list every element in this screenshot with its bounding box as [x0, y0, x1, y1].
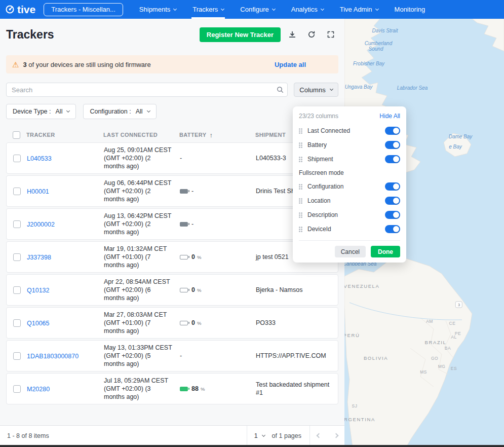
battery-cell: 0%	[180, 319, 256, 326]
nav-trackers[interactable]: Trackers	[184, 0, 232, 19]
banner-message: 3 of your devices are still using old fi…	[23, 61, 150, 68]
toggle-switch[interactable]	[385, 197, 400, 205]
download-button[interactable]	[285, 27, 300, 42]
shipment-cell: Test backedated shipment #1	[256, 381, 338, 397]
battery-value: -	[180, 352, 182, 359]
done-button[interactable]: Done	[371, 246, 400, 257]
last-connected-cell: Mar 19, 01:32AM CET (GMT +01:00) (7 mont…	[104, 245, 180, 269]
fullscreen-button[interactable]	[323, 27, 338, 42]
battery-value: -	[191, 220, 193, 228]
table-row: 1DAB1803000870May 13, 01:33PM CEST (GMT …	[6, 340, 338, 371]
battery-value: 88	[191, 385, 199, 392]
table-row: H00001Aug 06, 06:44PM CEST (GMT +02:00) …	[6, 175, 338, 207]
download-icon	[288, 30, 296, 39]
row-checkbox[interactable]	[13, 253, 21, 261]
map-label-state: MS	[420, 369, 427, 375]
map-label-state: SJ	[352, 403, 358, 408]
row-checkbox[interactable]	[13, 352, 21, 360]
drag-handle-icon[interactable]	[299, 128, 302, 134]
update-all-link[interactable]: Update all	[275, 61, 306, 68]
nav-shipments[interactable]: Shipments	[131, 0, 184, 19]
row-checkbox[interactable]	[13, 220, 21, 228]
chevron-left-icon	[316, 433, 321, 438]
toggle-switch[interactable]	[385, 182, 400, 191]
map-label-state: AL	[451, 334, 456, 340]
columns-button[interactable]: Columns	[294, 83, 338, 97]
search-input[interactable]	[6, 83, 288, 97]
nav-tive-admin[interactable]: Tive Admin	[332, 0, 386, 19]
tracker-link[interactable]: 1DAB1803000870	[27, 353, 79, 360]
drag-handle-icon[interactable]	[299, 212, 302, 218]
nav-analytics[interactable]: Analytics	[283, 0, 332, 19]
toggle-switch[interactable]	[385, 211, 400, 219]
refresh-button[interactable]	[304, 27, 319, 42]
nav-configure[interactable]: Configure	[232, 0, 283, 19]
select-all-checkbox[interactable]	[13, 131, 20, 139]
drag-handle-icon[interactable]	[299, 157, 302, 162]
register-new-tracker-button[interactable]: Register New Tracker	[200, 27, 281, 42]
search-toolbar: Columns	[6, 83, 338, 97]
tracker-link[interactable]: J337398	[27, 254, 51, 261]
table-row: L040533Aug 25, 09:01AM CEST (GMT +02:00)…	[6, 142, 338, 174]
toggle-switch[interactable]	[385, 225, 400, 233]
battery-value: 0	[191, 286, 195, 293]
warning-icon: ⚠	[12, 61, 19, 68]
tracker-link[interactable]: Q10132	[27, 287, 49, 294]
row-checkbox[interactable]	[13, 188, 21, 195]
drag-handle-icon[interactable]	[299, 227, 302, 232]
nav-label: Monitoring	[395, 6, 425, 13]
previous-page-button[interactable]	[310, 426, 327, 445]
context-selector-button[interactable]: Trackers - Miscellan...	[44, 3, 123, 16]
map-route-shield: 3	[455, 302, 462, 308]
row-checkbox[interactable]	[13, 286, 21, 294]
window-bottom-edge	[0, 445, 504, 447]
column-label: Description	[307, 211, 385, 218]
toggle-switch[interactable]	[385, 127, 400, 135]
battery-value: 0	[191, 253, 195, 260]
column-header-battery[interactable]: BATTERY ↑	[179, 131, 255, 139]
chevron-right-icon	[333, 433, 338, 438]
drag-handle-icon[interactable]	[299, 142, 302, 148]
column-header-last-connected: LAST CONNECTED	[103, 132, 179, 138]
tive-logo[interactable]: tive	[5, 4, 35, 16]
battery-percent-sign: %	[197, 254, 201, 260]
map-label-water: Sound	[369, 46, 383, 52]
last-connected-cell: Jul 18, 05:29AM CEST (GMT +02:00) (3 mon…	[104, 377, 180, 401]
fullscreen-icon	[327, 30, 335, 39]
toggle-switch[interactable]	[385, 141, 400, 149]
app-window: tive Trackers - Miscellan... ShipmentsTr…	[0, 0, 504, 447]
drag-handle-icon[interactable]	[299, 184, 302, 190]
device-type-filter[interactable]: Device Type : All	[6, 104, 76, 119]
drag-handle-icon[interactable]	[299, 198, 302, 204]
hide-all-link[interactable]: Hide All	[379, 113, 400, 120]
page-select[interactable]: 1	[247, 432, 272, 439]
tracker-link[interactable]: J2000002	[27, 221, 55, 228]
tracker-link[interactable]: M20280	[27, 386, 50, 393]
last-connected-cell: Aug 25, 09:01AM CEST (GMT +02:00) (2 mon…	[104, 146, 180, 170]
map-label-region: BOLIVIA	[364, 355, 388, 361]
row-checkbox[interactable]	[13, 319, 21, 327]
tracker-link[interactable]: L040533	[27, 155, 52, 162]
toggle-switch[interactable]	[385, 155, 400, 163]
nav-monitoring[interactable]: Monitoring	[386, 0, 434, 19]
map-label-state: CE	[449, 321, 456, 326]
cancel-button[interactable]: Cancel	[335, 246, 366, 257]
shipment-cell: PO333	[256, 319, 338, 327]
tracker-link[interactable]: Q10065	[27, 320, 49, 327]
battery-cell: -	[180, 220, 256, 228]
primary-nav: ShipmentsTrackersConfigureAnalyticsTive …	[131, 0, 433, 19]
battery-icon	[180, 321, 188, 325]
popup-section-label: Fullscreen mode	[299, 166, 400, 179]
map-label-water: e Bay	[449, 144, 462, 150]
row-checkbox[interactable]	[13, 155, 21, 162]
map-label-region: VENEZUELA	[344, 283, 379, 289]
map-label-water: Labrador Sea	[397, 85, 428, 91]
battery-percent-sign: %	[201, 386, 205, 392]
tracker-link[interactable]: H00001	[27, 188, 49, 195]
next-page-button[interactable]	[327, 426, 344, 445]
row-checkbox[interactable]	[13, 385, 21, 393]
configuration-filter[interactable]: Configuration : All	[83, 104, 156, 119]
column-label: Location	[307, 197, 385, 204]
map-label-state: AM	[426, 319, 433, 324]
pagination-controls: 1 of 1 pages	[247, 426, 344, 445]
